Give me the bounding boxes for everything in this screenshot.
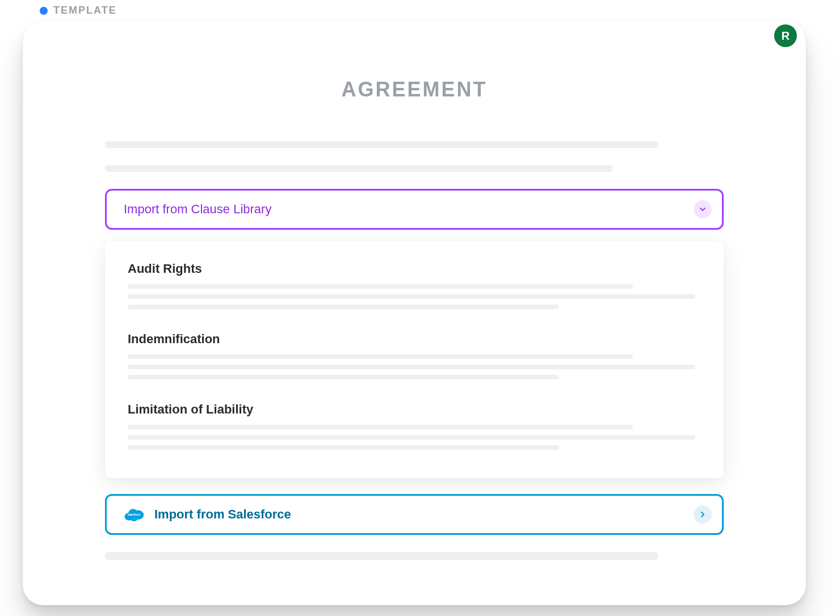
svg-text:salesforce: salesforce <box>128 513 141 516</box>
import-salesforce-button[interactable]: salesforce Import from Salesforce <box>105 494 724 535</box>
document-window: R AGREEMENT Import from Clause Library A… <box>23 21 806 605</box>
import-clause-library-dropdown[interactable]: Import from Clause Library <box>105 189 724 230</box>
import-salesforce-label: Import from Salesforce <box>154 507 291 522</box>
status-dot-icon <box>40 7 48 15</box>
clause-title: Indemnification <box>128 332 701 347</box>
placeholder-line <box>128 284 633 289</box>
placeholder-line <box>128 305 559 309</box>
avatar-initial: R <box>782 29 789 43</box>
placeholder-line <box>128 435 695 440</box>
placeholder-line <box>128 365 695 369</box>
document-body: Import from Clause Library Audit Rights … <box>105 141 724 560</box>
template-tag: TEMPLATE <box>53 5 117 16</box>
clause-title: Audit Rights <box>128 261 701 276</box>
clause-option-limitation-of-liability[interactable]: Limitation of Liability <box>128 402 701 450</box>
salesforce-icon: salesforce <box>124 507 144 522</box>
clause-preview <box>128 284 701 309</box>
chevron-down-icon <box>694 200 712 218</box>
import-clause-library-label: Import from Clause Library <box>124 202 271 217</box>
placeholder-line <box>128 355 633 359</box>
clause-preview <box>128 355 701 379</box>
placeholder-line <box>105 552 658 560</box>
page-title: AGREEMENT <box>79 78 749 102</box>
window-header: TEMPLATE <box>23 0 817 19</box>
placeholder-line <box>105 165 613 172</box>
clause-option-audit-rights[interactable]: Audit Rights <box>128 261 701 309</box>
placeholder-line <box>128 445 559 450</box>
placeholder-line <box>128 425 633 429</box>
avatar[interactable]: R <box>774 24 797 47</box>
clause-option-indemnification[interactable]: Indemnification <box>128 332 701 379</box>
placeholder-line <box>105 141 658 148</box>
clause-title: Limitation of Liability <box>128 402 701 417</box>
placeholder-line <box>128 294 695 299</box>
clause-preview <box>128 425 701 450</box>
placeholder-line <box>128 375 559 379</box>
clause-library-options: Audit Rights Indemnification <box>105 241 724 478</box>
chevron-right-icon <box>694 505 712 524</box>
